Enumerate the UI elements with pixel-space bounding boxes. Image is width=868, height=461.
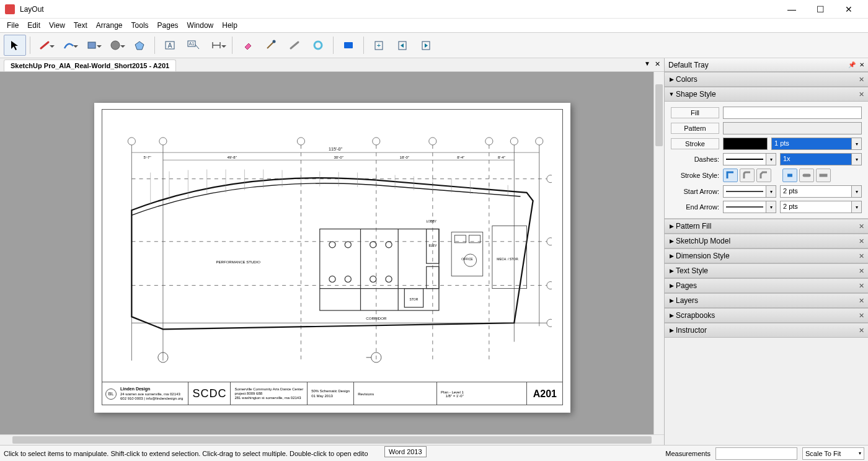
floor-plan: 115'-0" 49'-8" 30'-0" 18'-0" 8'-4" 5'-7"… [113, 133, 552, 375]
canvas-vscrollbar[interactable] [653, 72, 664, 434]
panel-instructor[interactable]: ▶Instructor✕ [665, 323, 868, 338]
svg-text:18'-0": 18'-0" [400, 156, 409, 159]
app-title: LayOut [20, 5, 777, 14]
cap-round-button[interactable] [799, 169, 814, 182]
corner-round-button[interactable] [740, 169, 755, 182]
panel-text-style[interactable]: ▶Text Style✕ [665, 263, 868, 278]
svg-rect-82 [451, 232, 483, 276]
start-arrow-size-input[interactable]: 2 pts [780, 185, 852, 198]
menu-arrange[interactable]: Arrange [92, 20, 127, 31]
svg-text:CORRIDOR: CORRIDOR [366, 317, 387, 320]
presentation-tool[interactable] [337, 35, 360, 56]
stroke-style-label: Stroke Style: [671, 172, 719, 179]
tab-menu-button[interactable]: ▼ [644, 60, 650, 67]
firm-logo-icon: BL [105, 389, 117, 400]
tray-close-icon[interactable]: ✕ [859, 61, 864, 68]
menu-file[interactable]: File [2, 20, 23, 31]
svg-rect-0 [88, 42, 95, 48]
svg-point-28 [536, 138, 543, 145]
svg-point-36 [547, 319, 552, 327]
menubar: File Edit View Text Arrange Tools Pages … [0, 19, 868, 32]
svg-point-76 [386, 242, 392, 248]
svg-text:LOBBY: LOBBY [426, 219, 436, 223]
titleblock: BL Linden Design 24 warren ave somervill… [102, 382, 563, 405]
cap-square-button[interactable] [816, 169, 831, 182]
menu-pages[interactable]: Pages [153, 20, 183, 31]
svg-point-74 [345, 242, 351, 248]
svg-point-16 [159, 138, 167, 145]
start-arrow-select[interactable] [723, 185, 766, 198]
canvas-hscrollbar[interactable] [0, 434, 664, 445]
stroke-width-dropdown[interactable]: ▾ [852, 138, 862, 150]
minimize-button[interactable]: — [777, 0, 806, 19]
panel-colors[interactable]: ▶Colors✕ [665, 72, 868, 87]
end-arrow-size-input[interactable]: 2 pts [780, 201, 852, 213]
pin-icon[interactable]: 📌 [848, 61, 856, 68]
fill-toggle[interactable]: Fill [671, 107, 719, 118]
svg-text:5'-7": 5'-7" [144, 156, 151, 159]
stroke-toggle[interactable]: Stroke [671, 138, 719, 149]
panel-layers[interactable]: ▶Layers✕ [665, 293, 868, 308]
prev-page-button[interactable] [391, 35, 414, 56]
line-tool[interactable] [34, 35, 56, 56]
next-page-button[interactable] [415, 35, 437, 56]
panel-pages[interactable]: ▶Pages✕ [665, 278, 868, 293]
titlebar: LayOut — ☐ ✕ [0, 0, 868, 19]
end-arrow-select[interactable] [723, 201, 766, 213]
corner-bevel-button[interactable] [756, 169, 771, 182]
stroke-swatch[interactable] [723, 138, 768, 150]
corner-miter-button[interactable] [723, 169, 738, 182]
menu-edit[interactable]: Edit [23, 20, 45, 31]
document-tab[interactable]: SketchUp Pro_AIA_Real-World_Short2015 - … [4, 59, 176, 71]
scale-dropdown[interactable]: Scale To Fit▾ [802, 447, 864, 460]
close-button[interactable]: ✕ [835, 0, 863, 19]
svg-point-8 [314, 42, 322, 49]
canvas[interactable]: 115'-0" 49'-8" 30'-0" 18'-0" 8'-4" 5'-7"… [0, 72, 664, 434]
menu-help[interactable]: Help [218, 20, 242, 31]
start-arrow-label: Start Arrow: [671, 188, 719, 195]
panel-shape-style[interactable]: ▼Shape Style✕ [665, 87, 868, 102]
pattern-swatch[interactable] [723, 122, 862, 134]
panel-dimension-style[interactable]: ▶Dimension Style✕ [665, 248, 868, 263]
label-tool[interactable]: A1 [182, 35, 205, 56]
svg-point-32 [547, 238, 552, 245]
svg-text:30'-0": 30'-0" [334, 156, 343, 159]
sheet-number: A201 [526, 382, 563, 405]
join-tool[interactable] [307, 35, 329, 56]
drawing-page[interactable]: 115'-0" 49'-8" 30'-0" 18'-0" 8'-4" 5'-7"… [94, 103, 570, 413]
cap-flat-button[interactable] [782, 169, 797, 182]
dash-scale-input[interactable]: 1x [780, 153, 852, 165]
tab-close-button[interactable]: ✕ [655, 60, 660, 68]
fill-swatch[interactable] [723, 107, 862, 119]
style-tool[interactable] [260, 35, 282, 56]
toolbar: A A1 + [0, 32, 868, 58]
rectangle-tool[interactable] [81, 35, 104, 56]
menu-text[interactable]: Text [69, 20, 92, 31]
menu-tools[interactable]: Tools [127, 20, 153, 31]
tray-header[interactable]: Default Tray 📌 ✕ [665, 58, 868, 72]
dimension-tool[interactable] [206, 35, 228, 56]
svg-text:OFFICE: OFFICE [461, 257, 473, 261]
add-page-button[interactable]: + [368, 35, 390, 56]
split-tool[interactable] [283, 35, 306, 56]
text-tool[interactable]: A [159, 35, 181, 56]
svg-point-22 [429, 138, 436, 145]
measurements-input[interactable] [715, 447, 797, 460]
circle-tool[interactable] [105, 35, 127, 56]
select-tool[interactable] [4, 35, 26, 56]
pattern-toggle[interactable]: Pattern [671, 123, 719, 134]
panel-scrapbooks[interactable]: ▶Scrapbooks✕ [665, 308, 868, 323]
panel-sketchup-model[interactable]: ▶SketchUp Model✕ [665, 234, 868, 248]
menu-view[interactable]: View [45, 20, 69, 31]
svg-point-14 [128, 138, 135, 145]
dashes-select[interactable] [723, 153, 766, 165]
svg-point-7 [273, 40, 276, 43]
arc-tool[interactable] [58, 35, 80, 56]
eraser-tool[interactable] [236, 35, 259, 56]
menu-window[interactable]: Window [183, 20, 218, 31]
stroke-width-input[interactable]: 1 pts [771, 138, 852, 150]
svg-point-26 [510, 138, 518, 145]
polygon-tool[interactable] [128, 35, 151, 56]
panel-pattern-fill[interactable]: ▶Pattern Fill✕ [665, 219, 868, 234]
maximize-button[interactable]: ☐ [806, 0, 835, 19]
